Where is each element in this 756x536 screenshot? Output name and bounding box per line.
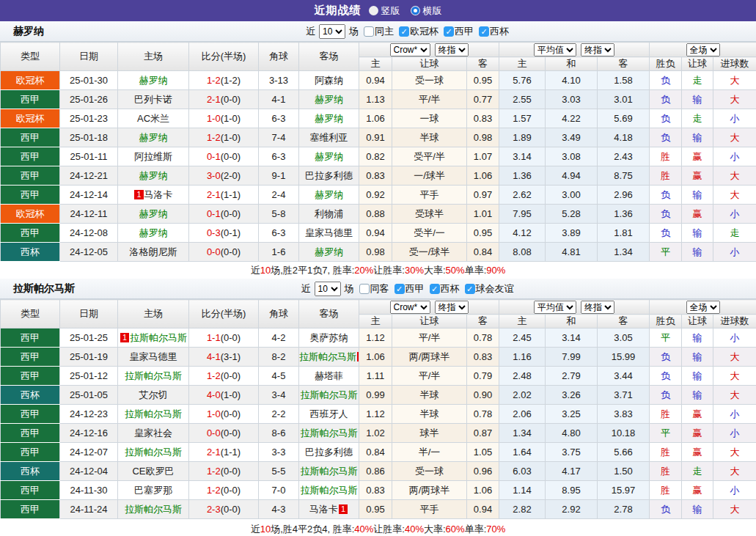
- checkbox-icon[interactable]: ✓: [444, 26, 454, 37]
- summary-text: 近: [251, 264, 260, 277]
- summary-stat-value: 70%: [486, 524, 505, 535]
- team-name-link[interactable]: 奥萨苏纳: [310, 332, 348, 343]
- team-name-link[interactable]: 拉斯帕尔马斯: [301, 427, 358, 438]
- league-checkbox[interactable]: ✓球会友谊: [465, 282, 514, 295]
- result-scope-select[interactable]: 全场: [686, 43, 720, 56]
- team-name-link[interactable]: 赫罗纳: [139, 170, 168, 181]
- euro-home-avg: 2.48: [499, 367, 546, 386]
- fulltime-score: 1-1: [207, 332, 221, 343]
- result-goals: 大: [713, 367, 756, 386]
- checkbox-icon[interactable]: [359, 284, 370, 294]
- fulltime-score: 3-0: [207, 170, 221, 181]
- same-venue-checkbox[interactable]: 同主: [364, 25, 394, 38]
- team-name-link[interactable]: 艾尔切: [139, 389, 168, 400]
- asian-bookmaker-select[interactable]: Crow*: [390, 43, 430, 56]
- radio-horizontal-icon[interactable]: [411, 6, 420, 15]
- team-name-link[interactable]: 赫罗纳: [315, 189, 343, 200]
- euro-stage-select[interactable]: 终指: [581, 43, 614, 56]
- asian-stage-select[interactable]: 终指: [435, 301, 469, 314]
- checkbox-icon[interactable]: ✓: [399, 26, 409, 37]
- fulltime-score: 1-2: [207, 485, 221, 496]
- team-name-link[interactable]: 赫罗纳: [139, 227, 168, 238]
- same-venue-checkbox[interactable]: 同客: [359, 282, 389, 295]
- asian-odds-source-header: Crow*终指: [359, 300, 499, 315]
- euro-stage-select[interactable]: 终指: [581, 301, 614, 314]
- result-goals: 小: [713, 147, 756, 166]
- team-name-link[interactable]: 阿拉维斯: [134, 151, 172, 162]
- team-cell: 艾尔切: [118, 386, 189, 405]
- team-name-link[interactable]: 赫罗纳: [315, 113, 343, 124]
- result-outcome: 负: [650, 90, 682, 109]
- team-name-link[interactable]: 赫罗纳: [139, 132, 168, 143]
- team-name-link[interactable]: 拉斯帕尔马斯: [125, 408, 182, 419]
- team-name-link[interactable]: 巴拉多利德: [305, 447, 353, 458]
- league-badge: 西甲: [1, 147, 60, 166]
- team-name-link[interactable]: 洛格朗尼斯: [130, 246, 177, 257]
- sub-column-header: 让球: [392, 57, 467, 71]
- team-name-link[interactable]: 拉斯帕尔马斯: [301, 389, 358, 400]
- halftime-score: (0-0): [221, 466, 241, 477]
- league-checkbox[interactable]: ✓欧冠杯: [399, 25, 438, 38]
- summary-text: 场,胜2平1负7, 胜率:: [271, 264, 354, 277]
- team-name-link[interactable]: 巴拉多利德: [305, 170, 353, 181]
- team-name-link[interactable]: 利物浦: [315, 208, 343, 219]
- radio-vertical-icon[interactable]: [369, 6, 378, 15]
- result-outcome-value: 平: [661, 332, 670, 343]
- result-outcome-value: 负: [661, 370, 670, 381]
- team-name-link[interactable]: AC米兰: [137, 113, 169, 124]
- team-name-link[interactable]: 拉斯帕尔马斯: [125, 447, 182, 458]
- team-name-link[interactable]: 西班牙人: [310, 408, 348, 419]
- result-outcome: 胜: [650, 166, 682, 186]
- team-name-link[interactable]: 巴塞罗那: [134, 485, 172, 496]
- result-scope-select[interactable]: 全场: [686, 301, 720, 314]
- league-checkbox[interactable]: ✓西甲: [444, 25, 474, 38]
- euro-bookmaker-select[interactable]: 平均值: [534, 43, 576, 56]
- team-name-link[interactable]: 拉斯帕尔马斯: [125, 504, 182, 515]
- team-name-link[interactable]: 赫罗纳: [139, 208, 168, 219]
- radio-horizontal[interactable]: 横版: [411, 4, 442, 18]
- checkbox-icon[interactable]: ✓: [430, 284, 440, 294]
- corner-score: 2-4: [259, 186, 299, 205]
- team-name-link[interactable]: 赫罗纳: [315, 246, 343, 257]
- team-name-link[interactable]: 拉斯帕尔马斯: [125, 370, 182, 381]
- team-name-link[interactable]: 皇家马德里: [305, 227, 353, 238]
- fulltime-score: 0-0: [207, 427, 221, 438]
- team-name-link[interactable]: 拉斯帕尔马斯: [301, 485, 358, 496]
- filter-controls: 近10场同主✓欧冠杯✓西甲✓西杯: [306, 24, 509, 39]
- team-name-link[interactable]: 赫罗纳: [315, 151, 343, 162]
- team-cell: 皇家马德里: [118, 348, 189, 367]
- team-name-link[interactable]: 拉斯帕尔马斯: [301, 466, 358, 477]
- league-checkbox[interactable]: ✓西杯: [479, 25, 509, 38]
- halftime-score: (1-1): [221, 189, 241, 200]
- result-handicap-value: 输: [693, 370, 702, 381]
- team-name-link[interactable]: 巴列卡诺: [134, 94, 172, 105]
- match-count-select[interactable]: 10: [319, 24, 345, 39]
- fulltime-score: 4-1: [207, 351, 221, 362]
- result-outcome-value: 胜: [661, 447, 670, 458]
- team-name-link[interactable]: 赫罗纳: [315, 94, 343, 105]
- checkbox-icon[interactable]: [364, 26, 374, 37]
- checkbox-icon[interactable]: ✓: [479, 26, 489, 37]
- filter-controls: 近10场同客✓西甲✓西杯✓球会友谊: [301, 282, 514, 296]
- league-checkbox[interactable]: ✓西甲: [394, 282, 425, 295]
- checkbox-icon[interactable]: ✓: [394, 284, 405, 294]
- team-name-link[interactable]: 马洛卡: [144, 189, 173, 200]
- asian-bookmaker-select[interactable]: Crow*: [390, 301, 430, 314]
- team-name-link[interactable]: 塞维利亚: [310, 132, 348, 143]
- euro-bookmaker-select[interactable]: 平均值: [534, 301, 576, 314]
- team-name-link[interactable]: 皇家马德里: [130, 351, 177, 362]
- radio-vertical[interactable]: 竖版: [369, 4, 400, 18]
- checkbox-icon[interactable]: ✓: [465, 284, 475, 294]
- asian-stage-select[interactable]: 终指: [435, 43, 469, 56]
- team-name-link[interactable]: 赫罗纳: [139, 75, 168, 86]
- team-name-link[interactable]: 拉斯帕尔马斯: [130, 332, 187, 343]
- team-name-link[interactable]: 赫塔菲: [315, 370, 343, 381]
- team-name-link[interactable]: 拉斯帕尔马斯: [299, 351, 356, 362]
- match-count-select[interactable]: 10: [315, 282, 341, 296]
- team-name-link[interactable]: 阿森纳: [315, 75, 343, 86]
- team-name-link[interactable]: 皇家社会: [134, 427, 172, 438]
- asian-handicap-line: 半球: [392, 128, 467, 147]
- league-checkbox[interactable]: ✓西杯: [430, 282, 460, 295]
- team-name-link[interactable]: 马洛卡: [309, 504, 338, 515]
- team-name-link[interactable]: CE欧罗巴: [132, 466, 174, 477]
